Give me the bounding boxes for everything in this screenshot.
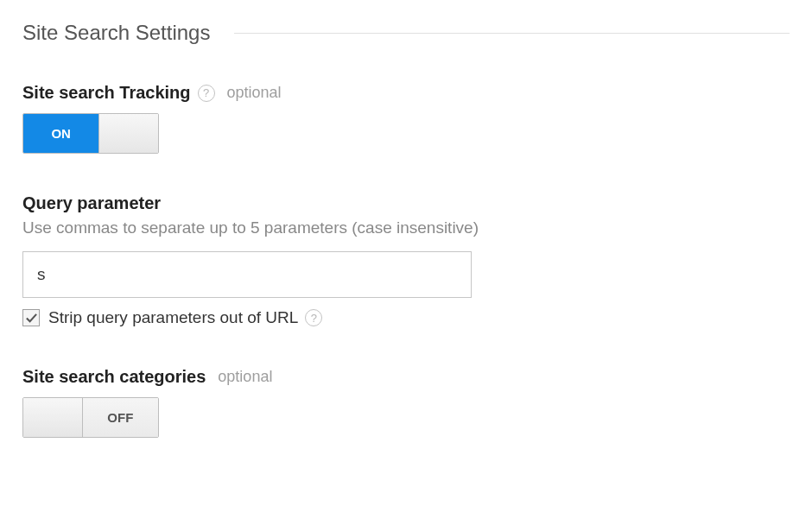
toggle-handle (98, 114, 158, 153)
strip-query-label: Strip query parameters out of URL (48, 308, 298, 327)
help-icon[interactable]: ? (198, 85, 215, 102)
query-parameter-input[interactable] (22, 251, 472, 298)
optional-tag: optional (218, 368, 272, 386)
tracking-toggle[interactable]: ON (22, 113, 159, 154)
toggle-off-label: OFF (83, 398, 158, 437)
site-search-tracking-group: Site search Tracking ? optional ON (22, 83, 790, 154)
section-divider (234, 33, 790, 34)
query-label-row: Query parameter (22, 193, 790, 213)
section-title: Site Search Settings (22, 21, 210, 45)
categories-toggle[interactable]: OFF (22, 397, 159, 438)
strip-query-row: Strip query parameters out of URL ? (22, 308, 790, 327)
checkmark-icon (25, 312, 38, 325)
tracking-label: Site search Tracking (22, 83, 191, 103)
toggle-handle (23, 398, 83, 437)
toggle-on-label: ON (23, 114, 98, 153)
help-icon[interactable]: ? (305, 309, 322, 326)
categories-label-row: Site search categories optional (22, 367, 790, 387)
section-header: Site Search Settings (22, 21, 790, 45)
query-parameter-description: Use commas to separate up to 5 parameter… (22, 218, 790, 237)
strip-query-checkbox[interactable] (22, 309, 40, 326)
optional-tag: optional (227, 84, 282, 102)
query-parameter-group: Query parameter Use commas to separate u… (22, 193, 790, 327)
categories-label: Site search categories (22, 367, 206, 387)
tracking-label-row: Site search Tracking ? optional (22, 83, 790, 103)
query-parameter-label: Query parameter (22, 193, 161, 213)
site-search-categories-group: Site search categories optional OFF (22, 367, 790, 440)
